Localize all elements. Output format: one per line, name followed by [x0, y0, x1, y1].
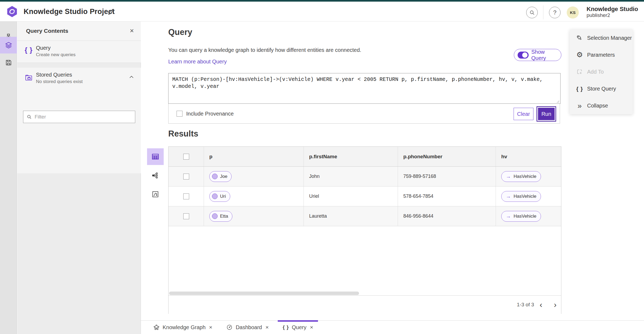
- chart-icon: [152, 191, 159, 198]
- menu-item-parameters[interactable]: ⚙ Parameters: [570, 46, 633, 63]
- row-checkbox[interactable]: [183, 193, 189, 199]
- stored-queries-label[interactable]: Stored Queries: [36, 72, 72, 78]
- layers-icon: [5, 41, 12, 49]
- entity-dot-icon: [212, 213, 218, 219]
- stored-queries-sublabel: No stored queries exist: [36, 79, 83, 84]
- global-search-button[interactable]: [526, 7, 538, 18]
- menu-item-selection-manager[interactable]: Selection Manager: [570, 30, 633, 46]
- query-actions-row: Include Provenance Clear Run: [169, 104, 560, 124]
- chart-view-button[interactable]: [147, 186, 164, 203]
- knowledge-studio-app: Knowledge Studio Project ? KS Knowledge …: [0, 0, 644, 334]
- close-tab-icon[interactable]: ×: [310, 324, 313, 331]
- relation-pill[interactable]: → HasVehicle: [501, 191, 541, 202]
- panel-title: Query Contents: [26, 28, 68, 34]
- username-label: publisher2: [587, 12, 638, 18]
- braces-icon: { }: [576, 85, 583, 92]
- column-header-p[interactable]: p: [204, 147, 303, 166]
- include-provenance-checkbox[interactable]: [177, 111, 182, 117]
- query-editor[interactable]: MATCH (p:Person)-[hv:HasVehicle]->(v:Veh…: [168, 73, 561, 104]
- entity-dot-icon: [212, 174, 218, 179]
- search-icon: [27, 114, 32, 120]
- close-panel-icon[interactable]: ×: [130, 27, 134, 35]
- menu-item-add-to: Add To: [570, 63, 633, 80]
- header-divider: [543, 5, 543, 19]
- collapse-section-chevron-up-icon[interactable]: [129, 74, 134, 80]
- user-avatar[interactable]: KS: [567, 6, 579, 19]
- tab-query[interactable]: { } Query ×: [276, 321, 320, 334]
- row-checkbox[interactable]: [183, 213, 189, 219]
- row-checkbox[interactable]: [183, 174, 189, 179]
- query-tools-menu: Selection Manager ⚙ Parameters Add To { …: [570, 30, 633, 114]
- include-provenance-label: Include Provenance: [186, 111, 234, 117]
- select-all-checkbox[interactable]: [183, 154, 189, 160]
- entity-pill[interactable]: Uri: [209, 191, 230, 202]
- previous-page-chevron-icon[interactable]: ‹: [536, 299, 546, 311]
- main-content: Query You can query a knowledge graph to…: [141, 21, 644, 320]
- query-editor-container: MATCH (p:Person)-[hv:HasVehicle]->(v:Veh…: [168, 73, 560, 124]
- table-row[interactable]: Etta Lauretta 846-956-8644 → HasVehicle: [169, 206, 561, 226]
- relation-pill[interactable]: → HasVehicle: [501, 171, 541, 182]
- table-view-button[interactable]: [147, 148, 164, 165]
- column-header-firstname[interactable]: p.firstName: [303, 147, 398, 166]
- app-header: Knowledge Studio Project ? KS Knowledge …: [0, 2, 644, 21]
- show-query-label: Show Query: [531, 49, 558, 61]
- panel-header: Query Contents ×: [17, 21, 141, 41]
- entity-pill[interactable]: Etta: [209, 211, 232, 222]
- scrollbar-thumb[interactable]: [169, 292, 359, 295]
- share-graph-icon: [152, 172, 159, 179]
- stored-queries-folder-icon: [25, 74, 35, 82]
- table-header-row: p p.firstName p.phoneNumber hv: [169, 147, 561, 167]
- help-icon: ?: [553, 9, 556, 16]
- add-to-icon: [576, 69, 583, 76]
- results-view-switcher: [147, 148, 164, 203]
- tab-dashboard[interactable]: Dashboard ×: [219, 321, 276, 334]
- column-header-phonenumber[interactable]: p.phoneNumber: [398, 147, 496, 166]
- filter-input[interactable]: [35, 114, 132, 120]
- horizontal-scrollbar[interactable]: [169, 291, 561, 295]
- collapse-double-chevron-icon: »: [576, 102, 583, 109]
- entity-dot-icon: [212, 193, 218, 199]
- results-title: Results: [168, 129, 198, 139]
- resize-handle[interactable]: [556, 100, 559, 103]
- sidebar-item-save[interactable]: [0, 54, 17, 71]
- edit-title-pencil-icon[interactable]: [107, 8, 115, 16]
- selection-manager-icon: [576, 35, 583, 42]
- query-contents-panel: Query Contents × { } Query Create new qu…: [17, 21, 141, 334]
- table-icon: [151, 153, 159, 161]
- help-button[interactable]: ?: [549, 7, 561, 18]
- menu-item-store-query[interactable]: { } Store Query: [570, 80, 633, 97]
- user-info[interactable]: Knowledge Studio publisher2: [587, 6, 638, 18]
- column-header-hv[interactable]: hv: [496, 147, 561, 166]
- next-page-chevron-icon[interactable]: ›: [550, 299, 561, 311]
- braces-icon: { }: [283, 324, 289, 330]
- close-tab-icon[interactable]: ×: [209, 324, 212, 331]
- bottom-tab-bar: Knowledge Graph × Dashboard × { } Query …: [141, 320, 644, 334]
- close-tab-icon[interactable]: ×: [265, 324, 269, 331]
- filter-field[interactable]: [23, 111, 135, 123]
- tab-knowledge-graph[interactable]: Knowledge Graph ×: [146, 321, 219, 334]
- knowledge-graph-icon: [153, 324, 160, 331]
- sidebar-item-query-layers[interactable]: [0, 37, 17, 53]
- dashboard-gauge-icon: [226, 324, 233, 331]
- show-query-toggle[interactable]: Show Query: [514, 49, 561, 61]
- table-row[interactable]: Uri Uriel 578-654-7854 → HasVehicle: [169, 186, 561, 206]
- stored-queries-section: Stored Queries No stored queries exist: [17, 68, 141, 173]
- arrow-right-icon: →: [506, 174, 511, 179]
- project-title: Knowledge Studio Project: [24, 8, 115, 16]
- query-description: You can query a knowledge graph to ident…: [168, 47, 361, 53]
- table-pagination-footer: 1-3 of 3 ‹ ›: [169, 295, 561, 314]
- run-button[interactable]: Run: [537, 107, 555, 121]
- entity-pill[interactable]: Joe: [209, 171, 232, 182]
- sidebar-item-query[interactable]: { } Query Create new queries: [17, 41, 141, 63]
- toggle-switch-on[interactable]: [518, 52, 529, 59]
- table-row[interactable]: Joe John 759-889-57168 → HasVehicle: [169, 167, 561, 186]
- graph-view-button[interactable]: [147, 167, 164, 184]
- app-logo-icon[interactable]: [6, 5, 18, 18]
- results-table: p p.firstName p.phoneNumber hv Joe John …: [168, 146, 561, 314]
- learn-more-link[interactable]: Learn more about Query: [168, 59, 227, 65]
- clear-button[interactable]: Clear: [514, 108, 533, 120]
- pagination-range-label: 1-3 of 3: [517, 302, 534, 308]
- menu-item-collapse[interactable]: » Collapse: [570, 97, 633, 114]
- gear-icon: ⚙: [576, 52, 583, 59]
- relation-pill[interactable]: → HasVehicle: [501, 211, 541, 222]
